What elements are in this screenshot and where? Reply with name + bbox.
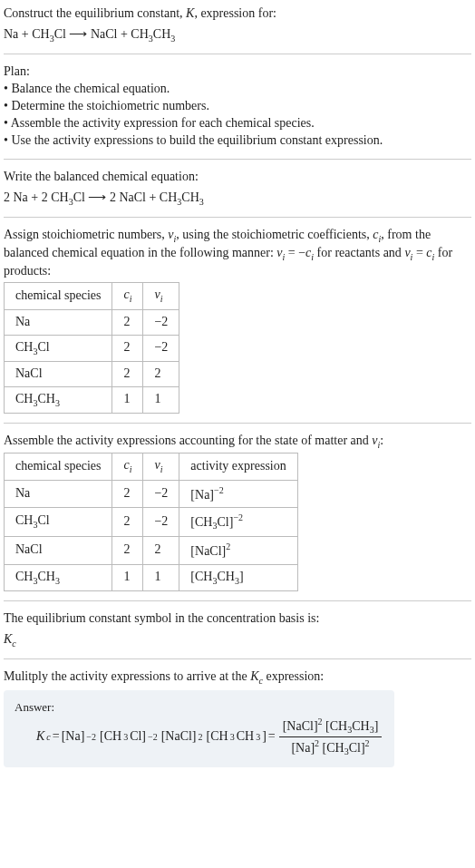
balanced-equation: 2 Na + 2 CH3Cl ⟶ 2 NaCl + CH3CH3 [4,190,471,208]
divider [4,658,471,659]
text: CH [37,392,54,405]
term: Cl] [130,728,146,746]
cell-species: NaCl [5,361,112,386]
intro-text: Construct the equilibrium constant, K, e… [4,5,471,23]
sub: 3 [230,731,235,744]
table-header-row: chemical species ci νi [5,283,179,309]
cell-vi: 2 [143,361,179,386]
divider [4,217,471,218]
text: , using the stoichiometric coefficients, [176,228,373,241]
eq-part: CH [153,27,170,41]
cell-vi: −2 [143,508,179,537]
col-vi: νi [143,283,179,309]
term: [CH [323,741,344,755]
cell-vi: 1 [143,564,179,590]
sub: 3 [256,731,260,744]
sub: 3 [55,397,60,407]
cell-activity: [NaCl]2 [179,537,297,565]
cell-vi: 2 [143,537,179,565]
table-row: CH3CH3 1 1 [CH3CH3] [5,564,298,590]
sup: 2 [226,541,230,551]
term: [CH [207,728,228,746]
table-row: Na 2 −2 [5,309,179,335]
term: ] [374,719,379,733]
answer-label: Answer: [15,699,383,716]
cell-ci: 2 [112,335,143,361]
equals: = [268,728,276,746]
text: Cl] [217,515,233,529]
answer-box: Answer: Kc = [Na]−2 [CH3Cl]−2 [NaCl]2 [C… [4,690,394,766]
plan-title: Plan: [4,63,471,81]
balanced-title: Write the balanced chemical equation: [4,169,471,186]
col-ci: ci [112,454,143,480]
eq-part: 2 Na + 2 CH [4,190,69,204]
text: [CH [190,570,212,583]
table-header-row: chemical species ci νi activity expressi… [5,454,298,480]
cell-species: CH3CH3 [5,564,112,590]
term: Cl] [349,741,365,755]
text: Cl [37,340,49,354]
cell-species: CH3CH3 [5,386,112,413]
text: = − [285,246,305,259]
eq-part: Cl ⟶ 2 NaCl + CH [73,190,178,204]
sub-i: i [130,294,132,304]
col-vi: νi [143,454,179,480]
fraction-denominator: [Na]2 [CH3Cl]2 [279,737,383,758]
fraction-numerator: [NaCl]2 [CH3CH3] [279,716,383,737]
eq-sub: 3 [199,196,204,206]
assign-text: Assign stoichiometric numbers, νi, using… [4,227,471,280]
text: CH [217,570,234,583]
table-row: CH3CH3 1 1 [5,386,179,413]
text: [NaCl] [190,544,226,558]
sup: −2 [214,485,224,495]
cell-species: Na [5,480,112,508]
text: Assign stoichiometric numbers, [4,228,168,241]
cell-ci: 1 [112,564,143,590]
sub-c: c [46,731,50,744]
text: CH [37,570,54,583]
cell-species: NaCl [5,537,112,565]
term: ] [262,728,267,746]
cell-activity: [CH3Cl]−2 [179,508,297,537]
sup: 2 [318,717,323,727]
term: [NaCl] [161,728,197,746]
sub-c: c [12,639,15,649]
intro-line1b: , expression for: [194,6,276,20]
equals: = [53,728,60,746]
table-row: NaCl 2 2 [NaCl]2 [5,537,298,565]
divider [4,54,471,54]
text: Cl [37,513,49,527]
cell-species: CH3Cl [5,335,112,361]
text: [CH [190,515,212,529]
intro-line1: Construct the equilibrium constant, [4,6,186,20]
cell-species: Na [5,309,112,335]
assemble-text: Assemble the activity expressions accoun… [4,433,471,451]
divider [4,423,471,424]
k-symbol: K [250,669,258,683]
text: ] [239,570,244,583]
divider [4,159,471,160]
unbalanced-equation: Na + CH3Cl ⟶ NaCl + CH3CH3 [4,26,471,44]
text: expression: [263,669,324,683]
sup: 2 [365,738,370,748]
table-row: NaCl 2 2 [5,361,179,386]
term: [Na] [291,741,315,755]
col-ci: ci [112,283,143,309]
document-page: Construct the equilibrium constant, K, e… [0,0,475,773]
term: [Na] [62,728,85,746]
text: Assemble the activity expressions accoun… [4,434,372,447]
multiply-text: Mulitply the activity expressions to arr… [4,668,471,687]
text: = [412,246,426,259]
stoich-table: chemical species ci νi Na 2 −2 CH3Cl 2 −… [4,282,179,414]
eq-part: Cl ⟶ NaCl + CH [54,27,149,41]
text: CH [15,340,33,354]
cell-vi: −2 [143,335,179,361]
sub: 3 [123,731,128,744]
col-species: chemical species [5,283,112,309]
eq-sub: 3 [170,34,175,44]
text: : [380,434,383,447]
activity-table: chemical species ci νi activity expressi… [4,453,298,591]
sup: −2 [86,731,96,744]
term: CH [237,728,254,746]
text: CH [15,570,33,583]
